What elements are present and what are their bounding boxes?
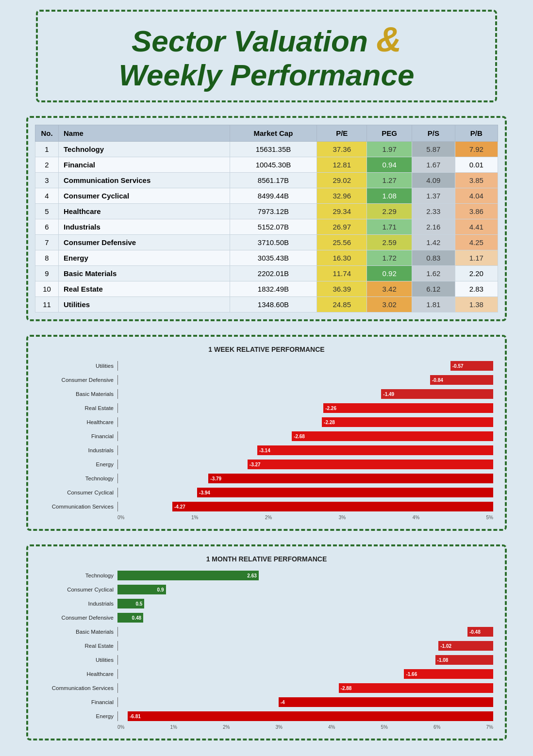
chart-bar-row: Energy-3.27 [40, 459, 493, 470]
bar-value-label: -6.81 [128, 714, 141, 719]
bar-container: -3.27 [117, 460, 493, 469]
bar-fill: -3.94 [197, 488, 493, 497]
bar-fill: -3.27 [248, 460, 493, 469]
cell-no: 8 [35, 250, 59, 266]
cell-name: Financial [59, 157, 230, 173]
cell-marketcap: 8499.44B [230, 188, 316, 204]
cell-marketcap: 10045.30B [230, 157, 316, 173]
sector-table: No. Name Market Cap P/E PEG P/S P/B 1 Te… [35, 125, 498, 312]
cell-ps: 1.37 [412, 188, 455, 204]
cell-pe: 11.74 [317, 266, 367, 281]
cell-marketcap: 1832.49B [230, 281, 316, 297]
bar-label: Basic Materials [40, 391, 117, 397]
table-row: 3 Communication Services 8561.17B 29.02 … [35, 173, 498, 188]
center-axis-line [117, 488, 118, 497]
cell-name: Consumer Cyclical [59, 188, 230, 204]
cell-pb: 3.85 [455, 173, 498, 188]
table-row: 9 Basic Materials 2202.01B 11.74 0.92 1.… [35, 266, 498, 281]
chart-bar-row: Basic Materials-0.48 [40, 626, 493, 638]
center-axis-line [117, 683, 118, 693]
bar-value-label: -1.08 [435, 657, 449, 663]
bar-value-label: -3.94 [197, 490, 210, 495]
cell-pb: 0.01 [455, 157, 498, 173]
table-row: 10 Real Estate 1832.49B 36.39 3.42 6.12 … [35, 281, 498, 297]
cell-peg: 1.08 [367, 188, 412, 204]
bar-value-label: 0.9 [157, 587, 166, 592]
cell-peg: 1.72 [367, 250, 412, 266]
chart-bar-row: Real Estate-2.26 [40, 402, 493, 414]
chart-bar-row: Utilities-0.57 [40, 360, 493, 372]
axis-label: 4% [413, 515, 419, 520]
bar-container: -0.84 [117, 375, 493, 385]
cell-peg: 3.42 [367, 281, 412, 297]
col-name: Name [59, 125, 230, 142]
bar-label: Financial [40, 699, 117, 705]
cell-pe: 16.30 [317, 250, 367, 266]
bar-value-label: 2.63 [247, 573, 258, 578]
bar-container: -1.49 [117, 389, 493, 399]
bar-label: Communication Services [40, 504, 117, 509]
bar-value-label: -0.48 [467, 629, 481, 635]
bar-label: Consumer Cyclical [40, 490, 117, 495]
bar-fill: 0.48 [117, 613, 143, 623]
cell-ps: 1.81 [412, 297, 455, 312]
col-pb: P/B [455, 125, 498, 142]
cell-ps: 0.83 [412, 250, 455, 266]
col-pe: P/E [317, 125, 367, 142]
bar-value-label: -1.66 [404, 672, 417, 677]
bar-fill: 0.9 [117, 585, 166, 594]
bar-fill: 2.63 [117, 571, 259, 580]
center-axis-line [117, 474, 118, 483]
table-row: 5 Healthcare 7973.12B 29.34 2.29 2.33 3.… [35, 204, 498, 219]
axis-label: 1% [170, 724, 177, 730]
cell-ps: 2.16 [412, 219, 455, 235]
cell-ps: 1.42 [412, 235, 455, 250]
bar-container: -3.79 [117, 474, 493, 483]
bar-fill: -2.68 [292, 431, 493, 441]
center-axis-line [117, 403, 118, 413]
bar-value-label: 0.48 [132, 615, 143, 621]
chart-bar-row: Industrials0.5 [40, 598, 493, 609]
table-row: 11 Utilities 1348.60B 24.85 3.02 1.81 1.… [35, 297, 498, 312]
cell-marketcap: 5152.07B [230, 219, 316, 235]
table-row: 8 Energy 3035.43B 16.30 1.72 0.83 1.17 [35, 250, 498, 266]
chart-bar-row: Communication Services-2.88 [40, 682, 493, 694]
bar-label: Utilities [40, 657, 117, 663]
bar-value-label: -3.27 [248, 462, 261, 467]
bar-label: Real Estate [40, 643, 117, 649]
bar-container: -2.26 [117, 403, 493, 413]
col-no: No. [35, 125, 59, 142]
cell-no: 10 [35, 281, 59, 297]
cell-marketcap: 15631.35B [230, 142, 316, 157]
cell-marketcap: 1348.60B [230, 297, 316, 312]
center-axis-line [117, 697, 118, 707]
bar-container: -6.81 [117, 711, 493, 721]
chart-bar-row: Basic Materials-1.49 [40, 388, 493, 400]
cell-no: 4 [35, 188, 59, 204]
bar-container: 0.5 [117, 599, 493, 608]
chart1-bars: Utilities-0.57Consumer Defensive-0.84Bas… [40, 360, 493, 512]
cell-marketcap: 3035.43B [230, 250, 316, 266]
cell-pb: 1.38 [455, 297, 498, 312]
bar-fill: -3.79 [208, 474, 493, 483]
bar-container: -3.94 [117, 488, 493, 497]
col-peg: PEG [367, 125, 412, 142]
center-axis-line [117, 417, 118, 427]
bar-value-label: -1.49 [381, 392, 394, 397]
bar-label: Technology [40, 573, 117, 578]
cell-no: 11 [35, 297, 59, 312]
bar-fill: -0.48 [467, 627, 493, 637]
table-row: 1 Technology 15631.35B 37.36 1.97 5.87 7… [35, 142, 498, 157]
title-amp: & [376, 20, 401, 59]
cell-marketcap: 2202.01B [230, 266, 316, 281]
bar-container: 0.48 [117, 613, 493, 623]
bar-fill: -1.02 [438, 641, 493, 651]
bar-fill: -0.84 [430, 375, 493, 385]
center-axis-line [117, 655, 118, 665]
cell-pb: 4.04 [455, 188, 498, 204]
cell-pb: 2.20 [455, 266, 498, 281]
center-axis-line [117, 641, 118, 651]
chart1-axis: 0%1%2%3%4%5% [40, 515, 493, 520]
bar-label: Industrials [40, 601, 117, 607]
bar-fill: -2.26 [323, 403, 493, 413]
